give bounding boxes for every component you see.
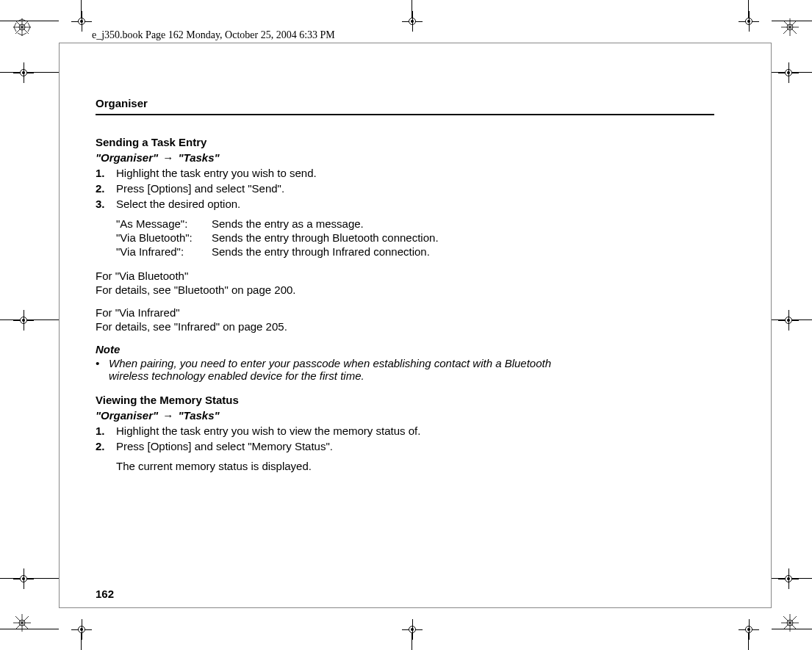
registration-mark-icon	[13, 614, 31, 632]
step-number: 3.	[96, 198, 116, 210]
crosshair-icon	[739, 11, 759, 32]
svg-line-6	[18, 19, 22, 21]
step-text: Press [Options] and select "Memory Statu…	[116, 440, 333, 452]
option-key: "Via Bluetooth":	[116, 231, 212, 244]
crosshair-icon	[778, 62, 799, 83]
option-key: "Via Infrared":	[116, 245, 212, 258]
svg-line-9	[28, 23, 30, 27]
option-row: "Via Infrared":Sends the entry through I…	[116, 245, 713, 258]
steps-list: 1.Highlight the task entry you wish to v…	[96, 425, 713, 452]
step-text: Select the desired option.	[116, 198, 240, 210]
options-table: "As Message":Sends the entry as a messag…	[116, 217, 713, 258]
step-text: Press [Options] and select "Send".	[116, 182, 284, 195]
step-text: Highlight the task entry you wish to vie…	[116, 425, 420, 437]
page-frame	[771, 43, 772, 607]
breadcrumb-item: "Tasks"	[178, 151, 219, 164]
horizontal-rule	[96, 114, 714, 115]
note-text: When pairing, you need to enter your pas…	[109, 357, 572, 382]
crosshair-icon	[402, 11, 423, 32]
crosshair-icon	[402, 619, 423, 640]
menu-path: "Organiser" → "Tasks"	[96, 409, 713, 422]
svg-line-11	[18, 33, 22, 35]
steps-list: 1.Highlight the task entry you wish to s…	[96, 167, 713, 210]
crosshair-icon	[71, 619, 92, 640]
registration-mark-icon	[13, 18, 31, 36]
page-number: 162	[96, 588, 114, 600]
step-number: 2.	[96, 182, 116, 195]
bullet-icon: •	[96, 357, 109, 382]
option-row: "Via Bluetooth":Sends the entry through …	[116, 231, 713, 244]
arrow-icon: →	[161, 151, 175, 164]
page-header-info: e_j350.book Page 162 Monday, October 25,…	[92, 29, 335, 41]
step-text: Highlight the task entry you wish to sen…	[116, 167, 317, 179]
crosshair-icon	[739, 619, 759, 640]
sub-text: For details, see "Bluetooth" on page 200…	[96, 284, 713, 296]
step-number: 2.	[96, 440, 116, 452]
svg-line-5	[22, 19, 26, 21]
page-frame	[59, 607, 772, 608]
option-desc: Sends the entry through Bluetooth connec…	[212, 231, 439, 244]
step-number: 1.	[96, 425, 116, 437]
crosshair-icon	[13, 310, 34, 331]
step-item: 1.Highlight the task entry you wish to s…	[96, 167, 713, 179]
registration-mark-icon	[781, 18, 799, 36]
note-body: • When pairing, you need to enter your p…	[96, 357, 713, 382]
crosshair-icon	[71, 11, 92, 32]
registration-mark-icon	[781, 614, 799, 632]
svg-line-7	[14, 23, 16, 27]
menu-path: "Organiser" → "Tasks"	[96, 151, 713, 164]
document-content: Organiser Sending a Task Entry "Organise…	[96, 97, 713, 472]
page-frame	[59, 43, 772, 43]
step-item: 3.Select the desired option.	[96, 198, 713, 210]
note-label: Note	[96, 343, 713, 355]
arrow-icon: →	[161, 409, 175, 422]
result-text: The current memory status is displayed.	[116, 460, 713, 472]
step-item: 1.Highlight the task entry you wish to v…	[96, 425, 713, 437]
sub-text: For details, see "Infrared" on page 205.	[96, 320, 713, 333]
page-frame	[59, 43, 60, 607]
svg-line-8	[14, 27, 16, 32]
step-item: 2.Press [Options] and select "Memory Sta…	[96, 440, 713, 452]
crosshair-icon	[13, 62, 34, 83]
chapter-title: Organiser	[96, 97, 713, 109]
svg-line-10	[28, 27, 30, 32]
breadcrumb-item: "Organiser"	[96, 409, 158, 422]
section-heading: Viewing the Memory Status	[96, 394, 713, 406]
svg-line-12	[22, 33, 26, 35]
step-item: 2.Press [Options] and select "Send".	[96, 182, 713, 195]
crosshair-icon	[13, 568, 34, 589]
option-key: "As Message":	[116, 217, 212, 230]
option-desc: Sends the entry as a message.	[212, 217, 364, 230]
option-desc: Sends the entry through Infrared connect…	[212, 245, 430, 258]
sub-heading: For "Via Bluetooth"	[96, 270, 713, 282]
breadcrumb-item: "Tasks"	[178, 409, 219, 422]
crosshair-icon	[778, 568, 799, 589]
crosshair-icon	[778, 310, 799, 331]
sub-heading: For "Via Infrared"	[96, 306, 713, 319]
option-row: "As Message":Sends the entry as a messag…	[116, 217, 713, 230]
step-number: 1.	[96, 167, 116, 179]
section-heading: Sending a Task Entry	[96, 136, 713, 148]
breadcrumb-item: "Organiser"	[96, 151, 158, 164]
